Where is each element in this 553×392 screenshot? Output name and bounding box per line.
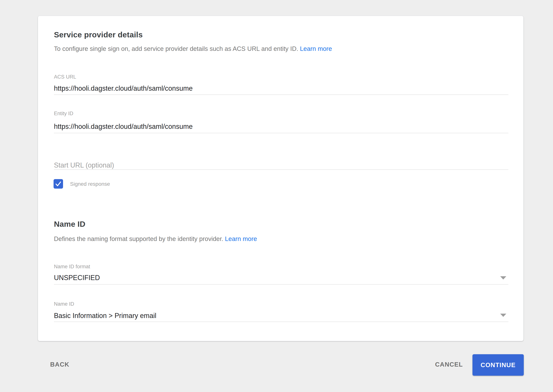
- signed-response-checkbox[interactable]: [54, 179, 63, 189]
- cancel-button[interactable]: CANCEL: [435, 360, 463, 369]
- start-url-underline: [54, 169, 508, 170]
- learn-more-link-service-provider[interactable]: Learn more: [300, 45, 332, 52]
- name-id-format-label: Name ID format: [54, 264, 90, 270]
- acs-url-underline: [54, 94, 508, 95]
- signed-response-label: Signed response: [70, 181, 110, 187]
- continue-button[interactable]: CONTINUE: [473, 354, 524, 376]
- name-id-format-underline: [54, 284, 508, 285]
- back-button[interactable]: BACK: [50, 360, 69, 369]
- name-id-label: Name ID: [54, 301, 74, 307]
- service-provider-details-title: Service provider details: [54, 30, 143, 40]
- name-id-section-title: Name ID: [54, 219, 85, 229]
- acs-url-label: ACS URL: [54, 74, 76, 80]
- chevron-down-icon: [500, 314, 506, 317]
- name-id-description-text: Defines the naming format supported by t…: [54, 235, 223, 242]
- name-id-select[interactable]: Basic Information > Primary email: [54, 311, 498, 320]
- sso-service-provider-card: Service provider details To configure si…: [38, 16, 524, 341]
- name-id-underline: [54, 322, 508, 322]
- learn-more-link-name-id[interactable]: Learn more: [225, 235, 257, 242]
- entity-id-underline: [54, 133, 508, 133]
- service-provider-description: To configure single sign on, add service…: [54, 45, 332, 53]
- page-background: Service provider details To configure si…: [0, 0, 553, 392]
- entity-id-label: Entity ID: [54, 110, 73, 117]
- name-id-description: Defines the naming format supported by t…: [54, 235, 257, 243]
- entity-id-input[interactable]: [54, 121, 508, 132]
- service-provider-description-text: To configure single sign on, add service…: [54, 45, 298, 52]
- checkmark-icon: [55, 180, 62, 188]
- start-url-input[interactable]: [54, 160, 508, 171]
- acs-url-input[interactable]: [54, 83, 508, 94]
- name-id-format-select[interactable]: UNSPECIFIED: [54, 273, 498, 282]
- chevron-down-icon: [500, 276, 506, 280]
